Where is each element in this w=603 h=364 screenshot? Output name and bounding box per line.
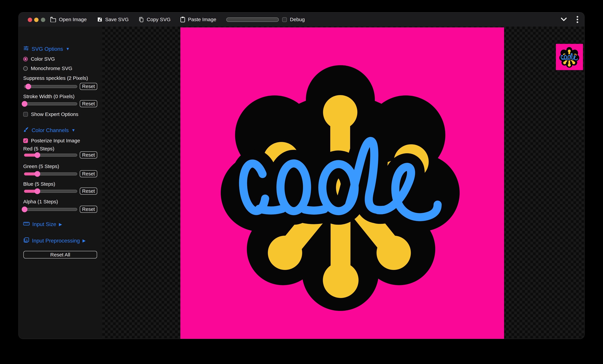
debug-checkbox[interactable] [282,17,287,22]
paintbrush-icon [23,127,29,134]
expand-indicator: ▶ [83,238,86,243]
paste-image-button[interactable]: Paste Image [180,12,216,27]
green-steps-label: Green (5 Steps) [23,164,59,169]
expand-indicator: ▶ [59,222,62,227]
monochrome-svg-radio[interactable] [23,66,28,71]
canvas-viewport [102,27,584,339]
posterize-label: Posterize Input Image [31,138,80,143]
copy-svg-label: Copy SVG [147,17,171,22]
close-window-button[interactable] [28,18,32,22]
input-preprocessing-section-header[interactable]: Input Preprocessing ▶ [23,237,86,244]
open-image-button[interactable]: Open Image [50,12,87,27]
stroke-width-label: Stroke Width (0 Pixels) [23,94,75,99]
svg-options-section-header[interactable]: SVG Options ▼ [23,45,70,52]
green-reset-button[interactable]: Reset [80,170,97,177]
collapse-indicator: ▼ [66,46,70,51]
kebab-menu-icon[interactable] [575,16,580,23]
red-steps-label: Red (5 Steps) [23,146,54,152]
suppress-speckles-slider[interactable] [24,85,77,88]
photos-stack-icon [23,237,29,244]
show-expert-options-checkbox[interactable]: ✓ [23,112,28,117]
suppress-speckles-label: Suppress speckles (2 Pixels) [23,75,88,81]
toolbar-progress-slider[interactable] [226,17,279,22]
monochrome-svg-radio-row[interactable]: Monochrome SVG [23,66,72,71]
alpha-slider-row: Reset [23,206,98,213]
open-image-label: Open Image [59,17,87,22]
show-expert-options-label: Show Expert Options [31,111,78,117]
color-svg-label: Color SVG [31,56,55,62]
input-size-title: Input Size [32,221,56,227]
color-svg-radio[interactable] [23,57,28,61]
input-image-thumbnail[interactable] [556,44,583,70]
reset-all-button[interactable]: Reset All [23,251,97,258]
settings-sidebar: SVG Options ▼ Color SVG Monochrome SVG S… [19,27,102,339]
paste-image-label: Paste Image [188,17,216,22]
blue-reset-button[interactable]: Reset [80,188,97,195]
folder-icon [50,17,56,22]
blue-slider-thumb[interactable] [35,188,40,194]
collapse-indicator: ▼ [71,128,76,132]
save-icon [97,17,103,22]
copy-svg-button[interactable]: Copy SVG [139,12,171,27]
monochrome-svg-label: Monochrome SVG [31,66,72,71]
posterize-checkbox[interactable]: ✓ [23,138,28,143]
stroke-width-slider-thumb[interactable] [22,101,27,107]
ruler-icon [23,221,30,227]
toolbar: Open Image Save SVG Copy SVG Paste Image… [19,12,584,27]
alpha-slider[interactable] [24,208,77,211]
suppress-speckles-slider-thumb[interactable] [25,84,31,89]
clipboard-icon [180,16,185,22]
copy-icon [139,17,144,22]
input-size-section-header[interactable]: Input Size ▶ [23,221,62,227]
chevron-down-icon[interactable] [560,16,568,23]
suppress-speckles-slider-row: Reset [23,83,98,90]
save-svg-button[interactable]: Save SVG [97,12,129,27]
stroke-width-reset-button[interactable]: Reset [80,100,97,107]
stroke-width-slider-row: Reset [23,100,98,108]
stroke-width-slider[interactable] [24,102,77,105]
blue-slider-row: Reset [23,188,98,195]
color-channels-title: Color Channels [32,127,69,133]
svg-options-title: SVG Options [32,46,63,52]
suppress-speckles-reset-button[interactable]: Reset [80,83,97,90]
debug-label: Debug [290,12,305,27]
save-svg-label: Save SVG [105,17,129,22]
posterize-row[interactable]: ✓ Posterize Input Image [23,138,80,143]
tune-sliders-icon [23,45,29,52]
alpha-reset-button[interactable]: Reset [80,206,97,213]
color-svg-radio-row[interactable]: Color SVG [23,56,55,62]
show-expert-options-row[interactable]: ✓ Show Expert Options [23,111,78,117]
green-slider-row: Reset [23,170,98,178]
zoom-window-button[interactable] [41,18,45,22]
traced-svg-preview [180,27,504,339]
green-slider-thumb[interactable] [35,171,40,177]
alpha-steps-label: Alpha (1 Steps) [23,199,58,205]
red-slider-thumb[interactable] [35,152,40,158]
red-slider-row: Reset [23,151,98,159]
app-window: Open Image Save SVG Copy SVG Paste Image… [19,12,584,339]
input-preprocessing-title: Input Preprocessing [32,238,80,244]
blue-steps-label: Blue (5 Steps) [23,181,55,187]
alpha-slider-thumb[interactable] [22,207,27,212]
color-channels-section-header[interactable]: Color Channels ▼ [23,127,75,134]
minimize-window-button[interactable] [34,18,38,22]
red-reset-button[interactable]: Reset [80,151,97,158]
